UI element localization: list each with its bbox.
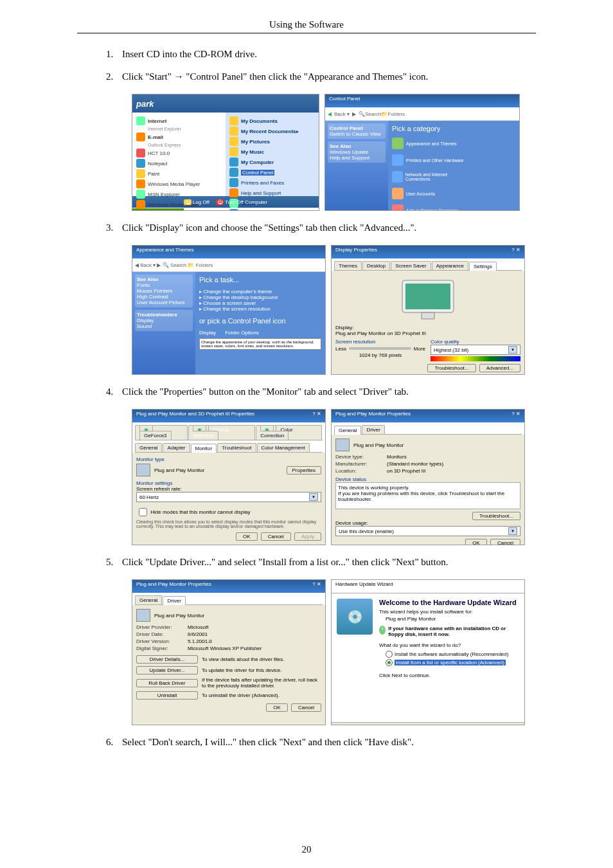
tab-pd-driver[interactable]: Driver (163, 596, 185, 605)
tab-monitor[interactable]: Monitor (191, 444, 217, 453)
wiz-opt1[interactable]: Install the software automatically (Reco… (386, 651, 519, 658)
turnoff-button[interactable]: ⏻Turn Off Computer (216, 199, 267, 205)
logoff-button[interactable]: ⏻Log Off (184, 199, 209, 205)
tab-gf3[interactable]: ◉ GeForce3 (135, 425, 188, 440)
start-printers[interactable]: Printers and Faxes (229, 178, 315, 187)
uninstall-button[interactable]: Uninstall (136, 691, 198, 700)
at-display-icon[interactable]: Display (199, 330, 216, 336)
start-email[interactable]: E-mail (136, 132, 222, 141)
start-notepad[interactable]: Notepad (136, 159, 222, 168)
at-ua[interactable]: User Account Picture (137, 300, 185, 305)
at-sound-link[interactable]: Sound (137, 323, 152, 329)
cp-wu-link[interactable]: Windows Update (330, 149, 368, 155)
fwd-icon[interactable]: ▶ (352, 111, 356, 117)
search-icon[interactable]: 🔍 (359, 111, 365, 117)
start-mymusic[interactable]: My Music (229, 147, 315, 156)
start-controlpanel[interactable]: Control Panel (229, 168, 315, 177)
ok-button-2[interactable]: OK (236, 532, 258, 541)
tab-colormgmt[interactable]: Color Management (257, 443, 310, 452)
advanced-button[interactable]: Advanced... (479, 364, 520, 372)
cancel-button-3[interactable]: Cancel (490, 539, 520, 545)
pd-close-icon[interactable]: ? ✕ (312, 581, 321, 592)
tab-pp-driver[interactable]: Driver (362, 425, 384, 434)
dp-cq-dropdown[interactable]: Highest (32 bit)▼ (431, 345, 520, 355)
cancel-button-4[interactable]: Cancel (291, 703, 321, 712)
at-t2[interactable]: ▸ Change the desktop background (199, 294, 321, 300)
cp-switch-view[interactable]: Switch to Classic View (330, 131, 381, 137)
cat-printers[interactable]: Printers and Other Hardware (392, 154, 469, 166)
tab-adapter[interactable]: Adapter (163, 443, 190, 452)
mp-close-icon[interactable]: ? ✕ (312, 411, 321, 421)
pd-dv-v: 5.1.2001.0 (188, 638, 212, 644)
start-email-sub: Outlook Express (148, 143, 222, 147)
rollback-driver-button[interactable]: Roll Back Driver (136, 679, 198, 687)
driver-details-button[interactable]: Driver Details... (136, 655, 198, 664)
cat-user[interactable]: User Accounts (392, 188, 469, 199)
at-t4-label: Change the screen resolution (203, 306, 271, 312)
pp-close-icon[interactable]: ? ✕ (511, 411, 520, 421)
at-folder-icon[interactable]: Folder Options (225, 330, 258, 336)
start-music-label: My Music (241, 149, 264, 155)
tab-themes[interactable]: Themes (334, 261, 362, 270)
tab-pd-general[interactable]: General (135, 595, 162, 604)
ok-button-4[interactable]: OK (266, 703, 288, 712)
at-t3[interactable]: ▸ Choose a screen saver (199, 300, 321, 306)
cat-network[interactable]: Network and Internet Connections (392, 171, 469, 183)
svg-rect-1 (405, 284, 450, 309)
start-wmp[interactable]: Windows Media Player (136, 179, 222, 188)
start-mypics[interactable]: My Pictures (229, 137, 315, 146)
start-msn[interactable]: MSN Explorer (136, 190, 222, 199)
tab-desktop[interactable]: Desktop (362, 261, 390, 270)
cp-sidebar: Control Panel Switch to Classic View See… (325, 121, 388, 211)
at-disp-link[interactable]: Display (137, 318, 154, 323)
tab-appearance[interactable]: Appearance (432, 261, 468, 270)
start-help[interactable]: Help and Support (229, 188, 315, 197)
at-t4[interactable]: ▸ Change the screen resolution (199, 306, 321, 312)
wiz-question: What do you want the wizard to do? (379, 642, 519, 648)
tab-devsel[interactable]: ◉ Device Selection (188, 425, 255, 440)
svg-rect-2 (422, 312, 434, 319)
tab-pp-general[interactable]: General (334, 426, 361, 435)
cat-appearance[interactable]: Appearance and Themes (392, 138, 469, 149)
start-allprograms[interactable]: All Programs ▶ (136, 210, 222, 211)
hide-modes-checkbox[interactable] (139, 508, 147, 516)
start-paint[interactable]: Paint (136, 169, 222, 178)
res-slider[interactable] (349, 347, 411, 350)
back-icon[interactable]: ◀ (328, 111, 332, 117)
refresh-rate-dropdown[interactable]: 60 Hertz▼ (136, 492, 321, 502)
at-t1[interactable]: ▸ Change the computer's theme (199, 289, 321, 294)
apply-button-2[interactable]: Apply (294, 532, 321, 541)
folders-icon[interactable]: 📁 (381, 111, 387, 117)
cat-addremove[interactable]: Add or Remove Programs (392, 204, 469, 211)
start-run[interactable]: Run... (229, 209, 315, 211)
start-recent[interactable]: My Recent Documents ▸ (229, 127, 315, 136)
tab-troubleshoot[interactable]: Troubleshoot (217, 443, 256, 452)
start-internet[interactable]: Internet (136, 116, 222, 125)
cp-hs-link[interactable]: Help and Support (330, 155, 369, 161)
pp-mf-val: (Standard monitor types) (387, 461, 443, 467)
dp-close-icon[interactable]: ? ✕ (511, 247, 520, 257)
start-mycomp[interactable]: My Computer (229, 158, 315, 167)
device-usage-dropdown[interactable]: Use this device (enable)▼ (335, 526, 520, 536)
tab-settings[interactable]: Settings (469, 262, 497, 271)
tab-screensaver[interactable]: Screen Saver (391, 261, 431, 270)
start-mydocs[interactable]: My Documents (229, 116, 315, 125)
wiz-opt2[interactable]: Install from a list or specific location… (386, 659, 519, 666)
start-hct[interactable]: HCT 10.0 (136, 149, 222, 158)
properties-button[interactable]: Properties (287, 466, 321, 475)
troubleshoot-button-2[interactable]: Troubleshoot... (472, 512, 520, 520)
at-mouse[interactable]: Mouse Pointers (137, 288, 173, 294)
pp-ds-label: Device status (335, 476, 520, 482)
at-fonts[interactable]: Fonts (137, 282, 150, 288)
pp-loc-val: on 3D Prophet III (387, 468, 425, 474)
at-hc[interactable]: High Contrast (137, 294, 168, 300)
tab-general[interactable]: General (135, 443, 162, 452)
cp-toolbar: ◀Back ▾ ▶ 🔍 Search 📁 Folders (325, 107, 519, 121)
troubleshoot-button[interactable]: Troubleshoot... (427, 364, 475, 372)
tab-colorcorr[interactable]: ◉ Color Correction (256, 425, 322, 440)
update-driver-button[interactable]: Update Driver... (136, 666, 198, 674)
page-header: Using the Software (77, 19, 536, 33)
start-internet-sub: Internet Explorer (148, 127, 222, 131)
ok-button-3[interactable]: OK (465, 539, 487, 545)
cancel-button-2[interactable]: Cancel (261, 532, 291, 541)
